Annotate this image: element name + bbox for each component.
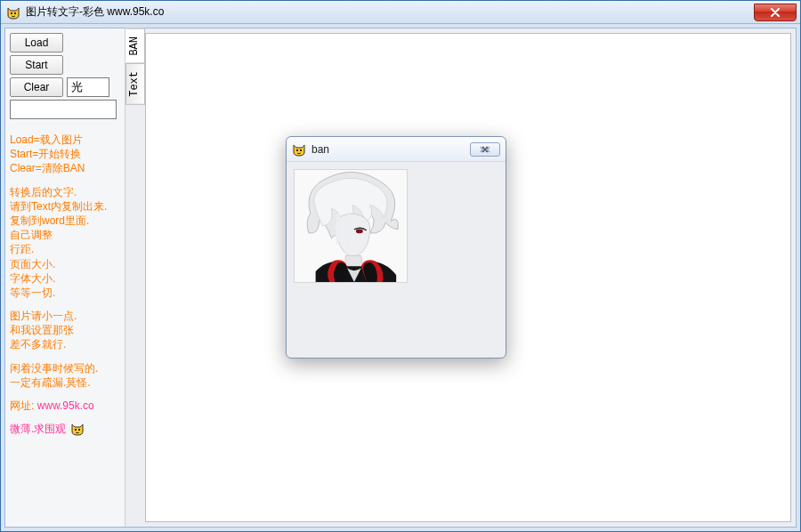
main-window: 图片转文字-彩色 www.95k.co Load Start Clear Loa… (0, 0, 801, 532)
load-button[interactable]: Load (10, 33, 63, 52)
website-link[interactable]: www.95k.co (37, 399, 94, 412)
dialog-title: ban (312, 143, 329, 156)
sidebar: Load Start Clear Load=载入图片 Start=开始转换 Cl… (5, 28, 125, 527)
ban-dialog[interactable]: ban (286, 136, 506, 359)
help-p4: 闲着没事时候写的. 一定有疏漏.莫怪. (10, 361, 120, 390)
vertical-tabs: BAN Text (125, 28, 145, 527)
clear-button[interactable]: Clear (10, 77, 63, 97)
dialog-close-button[interactable] (470, 142, 500, 157)
help-p3: 图片请小一点. 和我设置那张 差不多就行. (10, 309, 120, 352)
window-close-button[interactable] (754, 4, 797, 21)
help-p1: Load=载入图片 Start=开始转换 Clear=清除BAN (10, 133, 120, 176)
help-p5: 网址: www.95k.co (10, 399, 120, 413)
help-text: Load=载入图片 Start=开始转换 Clear=清除BAN 转换后的文字.… (10, 133, 120, 445)
tab-text[interactable]: Text (125, 63, 145, 105)
dialog-body (287, 162, 506, 358)
close-icon (477, 146, 493, 153)
dialog-cat-icon (292, 142, 306, 157)
char-input[interactable] (67, 77, 109, 97)
help-p6: 微薄.求围观 (10, 422, 120, 436)
titlebar[interactable]: 图片转文字-彩色 www.95k.co (1, 1, 800, 24)
blank-input[interactable] (10, 100, 117, 119)
svg-point-3 (356, 230, 363, 234)
close-icon (770, 8, 781, 17)
dialog-titlebar[interactable]: ban (287, 137, 506, 162)
window-title: 图片转文字-彩色 www.95k.co (26, 4, 164, 20)
help-p2: 转换后的文字. 请到Text内复制出来. 复制到word里面. 自己调整 行距.… (10, 185, 120, 301)
app-cat-icon (6, 5, 20, 20)
portrait-image (294, 169, 408, 283)
start-button[interactable]: Start (10, 55, 63, 75)
tab-ban[interactable]: BAN (125, 28, 145, 64)
cat-icon (69, 422, 85, 436)
